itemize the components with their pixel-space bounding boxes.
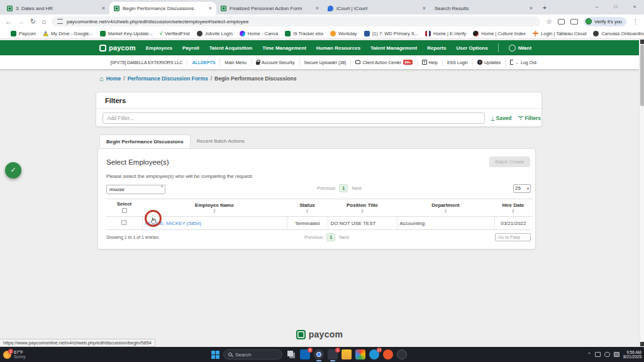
next-button[interactable]: Next — [352, 185, 361, 191]
breadcrumb-section[interactable]: Performance Discussion Forms — [128, 75, 208, 82]
filters-button[interactable]: Filters — [518, 115, 541, 121]
page-size-select[interactable]: 25▾ — [513, 184, 531, 193]
add-filter-input[interactable] — [103, 112, 485, 124]
site-settings-icon[interactable] — [57, 19, 63, 24]
bookmark-canva[interactable]: Home - Canva — [240, 31, 278, 36]
bookmark-culture-index[interactable]: Home | Culture Index — [473, 31, 526, 36]
nav-employees[interactable]: Employees — [146, 45, 172, 51]
tray-chevron-icon[interactable]: ⌃ — [587, 352, 591, 358]
page-scrollbar[interactable] — [639, 39, 644, 347]
batch-create-button[interactable]: Batch Create — [489, 156, 530, 167]
browser-menu-icon[interactable]: ⋮ — [632, 18, 639, 26]
sort-icons[interactable]: ▲▼ — [329, 208, 396, 216]
tab-close-icon[interactable]: × — [316, 5, 319, 11]
t-app-icon[interactable] — [383, 349, 393, 359]
client-action-center-link[interactable]: Client Action Center99+ — [350, 58, 416, 66]
iwant-button[interactable]: IWant — [509, 45, 531, 52]
photos-icon[interactable] — [355, 349, 365, 359]
browser-tab-finalized-paf[interactable]: Finalized Personnel Action Form × — [216, 2, 323, 14]
bookmark-star-icon[interactable]: ☆ — [546, 18, 552, 26]
taskbar-clock[interactable]: 9:56 AM 8/21/2025 — [623, 350, 641, 359]
nav-reports[interactable]: Reports — [427, 45, 446, 51]
scroll-up-arrow[interactable] — [640, 40, 644, 44]
back-icon[interactable]: ← — [5, 18, 12, 25]
page-number[interactable]: 1 — [326, 233, 335, 241]
breadcrumb-home[interactable]: Home — [106, 75, 121, 82]
browser-tab-dates-hr[interactable]: 3. Dates and HR × — [3, 2, 109, 14]
go-to-page-input[interactable] — [495, 233, 531, 241]
check-app-icon[interactable]: 17 — [369, 349, 379, 359]
browser-tab-search-results[interactable]: Search Results × — [430, 2, 537, 14]
bookmark-workday[interactable]: Workday — [330, 31, 357, 36]
bookmark-tableau[interactable]: Login | Tableau Cloud — [533, 31, 586, 36]
bookmark-wd-primary[interactable]: (1) 7. WD Primary S... — [364, 31, 418, 36]
new-tab-button[interactable]: + — [540, 3, 550, 13]
bookmark-sheets[interactable]: Market Key-Update... — [100, 31, 153, 36]
col-department[interactable]: Department▲▼ — [397, 199, 494, 217]
select-all-checkbox[interactable] — [122, 208, 127, 213]
bookmark-paycom[interactable]: Paycom — [11, 31, 36, 36]
col-position-title[interactable]: Position Title▲▼ — [328, 199, 397, 217]
weather-widget[interactable]: 2 67°F Sunny — [0, 350, 25, 359]
feedback-check-button[interactable]: ✓ — [5, 162, 21, 178]
paycom-logo[interactable]: paycom — [99, 44, 136, 52]
dark-app-icon[interactable] — [397, 349, 407, 359]
alldepts-link[interactable]: ALLDEPTS — [187, 58, 219, 66]
bookmark-verifiedfirst[interactable]: √VerifiedFirst — [160, 31, 190, 36]
pen-icon[interactable] — [614, 352, 619, 357]
tab-close-icon[interactable]: × — [102, 5, 105, 11]
chrome-icon[interactable] — [314, 349, 324, 359]
sort-icons[interactable]: ▲▼ — [143, 208, 286, 216]
profile-verify-button[interactable]: Verify it's you — [584, 17, 626, 26]
tab-recent-batch-actions[interactable]: Recent Batch Actions — [191, 134, 251, 148]
sort-icons[interactable]: ▲▼ — [496, 208, 531, 216]
help-link[interactable]: ?Help — [417, 58, 442, 66]
main-menu-link[interactable]: Main Menu — [219, 58, 251, 66]
task-view-button[interactable] — [286, 349, 296, 359]
tab-close-icon[interactable]: × — [423, 5, 426, 11]
page-number[interactable]: 1 — [339, 184, 348, 192]
browser-tab-begin-performance[interactable]: Begin Performance Discussions × — [109, 2, 216, 14]
nav-talent-management[interactable]: Talent Management — [370, 45, 417, 51]
home-icon[interactable]: ⌂ — [42, 18, 46, 25]
nav-user-options[interactable]: User Options — [456, 45, 487, 51]
reload-icon[interactable]: ↻ — [30, 18, 36, 26]
volume-muted-icon[interactable] — [604, 352, 610, 357]
next-button[interactable]: Next — [339, 234, 348, 240]
bookmark-i9-tracker[interactable]: I9 Tracker.xlsx — [285, 31, 323, 36]
taskbar-search[interactable]: Search — [223, 349, 282, 359]
bookmark-jobvite[interactable]: Jobvite Login — [197, 31, 233, 36]
updates-link[interactable]: !Updates — [472, 58, 505, 66]
scroll-down-arrow[interactable] — [640, 342, 644, 346]
maximize-button[interactable]: □ — [606, 0, 625, 14]
nav-human-resources[interactable]: Human Resources — [316, 45, 360, 51]
file-explorer-icon[interactable] — [341, 349, 352, 359]
device-icon[interactable] — [595, 352, 601, 357]
ess-login-link[interactable]: ESS Login — [442, 58, 472, 66]
col-status[interactable]: Status▲▼ — [287, 199, 328, 217]
outlook-icon[interactable]: 8 — [300, 349, 310, 359]
close-window-button[interactable]: × — [625, 0, 644, 14]
start-button[interactable] — [211, 351, 219, 359]
sort-icons[interactable]: ▲▼ — [398, 208, 493, 216]
nav-payroll[interactable]: Payroll — [182, 45, 199, 51]
previous-button[interactable]: Previous — [317, 185, 335, 191]
forward-icon[interactable]: → — [18, 18, 25, 25]
previous-button[interactable]: Previous — [304, 234, 323, 240]
tab-begin-performance-discussions[interactable]: Begin Performance Discussions — [99, 134, 191, 148]
bookmark-canvass[interactable]: Canvass Onboarding — [593, 31, 644, 36]
saved-filters-button[interactable]: ↓Saved — [491, 115, 512, 121]
tab-close-icon[interactable]: × — [530, 5, 533, 11]
minimize-button[interactable]: – — [587, 0, 606, 14]
bookmark-everify[interactable]: Home | E-Verify — [425, 31, 466, 36]
logout-link[interactable]: →Log Out — [505, 58, 541, 66]
employee-search-input[interactable] — [106, 185, 165, 194]
clear-search-icon[interactable]: × — [160, 184, 164, 189]
extensions-icon[interactable] — [558, 19, 565, 25]
tab-close-icon[interactable]: × — [209, 5, 212, 11]
secure-uploader-link[interactable]: Secure Uploader (38) — [299, 58, 351, 66]
col-employee-name[interactable]: Employee Name▲▼ — [142, 199, 287, 217]
sort-icons[interactable]: ▲▼ — [288, 208, 326, 216]
bookmark-drive[interactable]: My Drive - Google... — [43, 31, 93, 36]
tab-search-icon[interactable] — [570, 19, 578, 25]
